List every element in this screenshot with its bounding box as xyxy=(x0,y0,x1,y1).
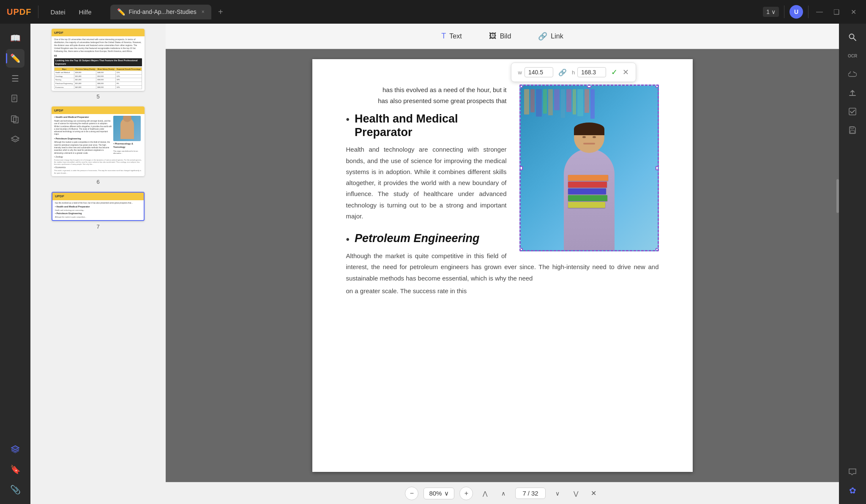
bullet-1-dot: • xyxy=(346,114,350,125)
thumb-img-6 xyxy=(113,116,141,141)
svg-rect-12 xyxy=(850,131,855,133)
thumb-table-5: MajorPart-time Salary (Yearly)Mean Salar… xyxy=(54,67,142,90)
selected-image[interactable] xyxy=(519,84,659,251)
zoom-level: 80% xyxy=(429,490,442,497)
menu-hilfe[interactable]: Hilfe xyxy=(74,7,96,17)
image-dimensions-overlay: w 🔗 h ✓ ✕ xyxy=(511,63,637,82)
close-nav-btn[interactable]: ✕ xyxy=(588,488,600,499)
sidebar-item-book[interactable]: 📖 xyxy=(6,29,25,47)
scroll-thumb[interactable] xyxy=(836,179,839,213)
bullet-1-heading: Health and Medical Preparator xyxy=(355,112,507,139)
scroll-track[interactable] xyxy=(836,49,839,482)
prev-page-btn[interactable]: ∧ xyxy=(497,487,510,500)
sidebar-item-lines[interactable]: ☰ xyxy=(6,69,25,88)
current-page-top: 1 xyxy=(766,8,770,15)
height-input[interactable] xyxy=(577,67,606,77)
maximize-button[interactable]: ❑ xyxy=(830,6,842,18)
save-btn[interactable] xyxy=(844,122,861,139)
link-tool-label: Link xyxy=(551,33,563,40)
minimize-button[interactable]: — xyxy=(814,6,825,18)
svg-marker-7 xyxy=(11,446,19,450)
zoom-dropdown-icon[interactable]: ∨ xyxy=(444,490,449,497)
thumb-card-5[interactable]: UPDF One of the top 10 universities that… xyxy=(52,29,145,91)
thumb-logo-6: UPDF xyxy=(54,109,63,112)
main-area: 📖 ✏️ ☰ xyxy=(0,24,866,504)
bild-tool-label: Bild xyxy=(500,33,511,40)
doc-scroll-area[interactable]: w 🔗 h ✓ ✕ xyxy=(166,49,839,482)
close-window-button[interactable]: ✕ xyxy=(847,6,859,18)
thumbnail-7[interactable]: UPDF has this evolved as a need of the h… xyxy=(52,192,145,230)
app-logo: UPDF xyxy=(7,7,31,17)
comment-btn[interactable] xyxy=(844,463,861,480)
text-tool-icon: T xyxy=(441,32,446,41)
page-separator: / xyxy=(528,490,530,497)
zoom-in-btn[interactable]: + xyxy=(459,487,473,500)
bottom-toolbar: − 80% ∨ + ⋀ ∧ 7 / 32 ∨ ⋁ ✕ xyxy=(166,482,839,504)
image-container[interactable]: w 🔗 h ✓ ✕ xyxy=(519,84,659,251)
thumb-content-5: One of the top 10 universities that retu… xyxy=(52,36,145,91)
text-tool-label: Text xyxy=(449,33,462,40)
active-tab[interactable]: ✏️ Find-and-Ap...her-Studies × xyxy=(110,5,211,19)
thumb-content-7: has this evolved as a need of the hour, … xyxy=(52,200,144,220)
check-btn[interactable] xyxy=(844,103,861,120)
toolbar-bild-btn[interactable]: 🖼 Bild xyxy=(481,28,520,44)
bullet-2-dot: • xyxy=(346,234,350,245)
thumbnail-6[interactable]: UPDF • Health and Medical Preparator Hea… xyxy=(52,106,145,185)
sidebar-item-layers[interactable] xyxy=(6,130,25,149)
confirm-dims-btn[interactable]: ✓ xyxy=(611,68,617,77)
tab-bar: ✏️ Find-and-Ap...her-Studies × + xyxy=(110,5,760,19)
thumb-card-6[interactable]: UPDF • Health and Medical Preparator Hea… xyxy=(52,106,145,176)
ocr-btn[interactable]: OCR xyxy=(844,47,861,64)
thumb-logo-7: UPDF xyxy=(55,194,64,198)
link-icon[interactable]: 🔗 xyxy=(558,68,567,76)
thumbnail-panel[interactable]: UPDF One of the top 10 universities that… xyxy=(30,24,166,504)
doc-toolbar: T Text 🖼 Bild 🔗 Link xyxy=(166,24,839,49)
sidebar-item-page2[interactable] xyxy=(6,110,25,128)
flower-btn[interactable]: ✿ xyxy=(844,482,861,499)
cancel-dims-btn[interactable]: ✕ xyxy=(623,68,629,77)
width-input[interactable] xyxy=(525,67,553,77)
search-btn[interactable] xyxy=(844,29,861,46)
toolbar-link-btn[interactable]: 🔗 Link xyxy=(530,28,571,44)
last-page-btn[interactable]: ⋁ xyxy=(569,487,583,500)
top-bar-right: 1 ∨ U — ❑ ✕ xyxy=(763,5,859,19)
top-bar: UPDF Datei Hilfe ✏️ Find-and-Ap...her-St… xyxy=(0,0,866,24)
zoom-out-btn[interactable]: − xyxy=(405,487,418,500)
w-label: w xyxy=(518,69,522,76)
page-number-nav[interactable]: 1 ∨ xyxy=(763,7,779,17)
thumb-content-6: • Health and Medical Preparator Health a… xyxy=(52,114,145,176)
tab-close-btn[interactable]: × xyxy=(202,9,205,15)
sidebar-item-bookmark[interactable]: 🔖 xyxy=(6,460,25,479)
page-chevron-icon: ∨ xyxy=(771,8,776,15)
cloud-btn[interactable] xyxy=(844,66,861,83)
thumb-logo-5: UPDF xyxy=(54,31,63,35)
thumb-num-5: 5 xyxy=(96,93,99,100)
bullet-2-para: Although the market is quite competitive… xyxy=(346,251,659,284)
thumb-card-7[interactable]: UPDF has this evolved as a need of the h… xyxy=(52,192,145,221)
h-label: h xyxy=(572,69,575,76)
thumb-num-7: 7 xyxy=(96,223,99,230)
bullet-2-para-end: on a greater scale. The success rate in … xyxy=(346,286,659,297)
new-tab-button[interactable]: + xyxy=(215,6,227,18)
thumb-num-6: 6 xyxy=(96,179,99,185)
toolbar-text-btn[interactable]: T Text xyxy=(433,28,470,44)
total-pages: 32 xyxy=(531,490,538,497)
sidebar-item-page[interactable] xyxy=(6,90,25,108)
zoom-display[interactable]: 80% ∨ xyxy=(423,488,454,499)
thumbnail-5[interactable]: UPDF One of the top 10 universities that… xyxy=(52,29,145,100)
height-field: h xyxy=(572,67,606,77)
user-avatar[interactable]: U xyxy=(790,5,803,19)
upload-btn[interactable] xyxy=(844,84,861,101)
bild-tool-icon: 🖼 xyxy=(489,32,497,41)
first-page-btn[interactable]: ⋀ xyxy=(478,487,492,500)
sidebar-item-pen[interactable]: ✏️ xyxy=(6,49,25,68)
sidebar-item-clip[interactable]: 📎 xyxy=(6,480,25,499)
page-indicator: 7 / 32 xyxy=(515,488,545,499)
current-page-num[interactable]: 7 xyxy=(522,490,526,497)
menu-datei[interactable]: Datei xyxy=(45,7,70,17)
next-page-btn[interactable]: ∨ xyxy=(551,487,564,500)
width-field: w xyxy=(518,67,553,77)
left-sidebar: 📖 ✏️ ☰ xyxy=(0,24,30,504)
page-content: w 🔗 h ✓ ✕ xyxy=(312,59,693,472)
sidebar-item-layers-colored[interactable] xyxy=(6,440,25,458)
